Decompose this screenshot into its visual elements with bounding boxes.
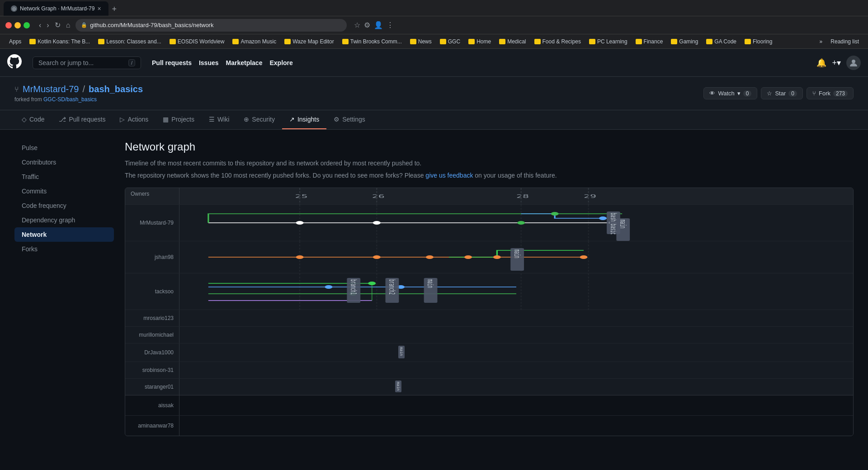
svg-point-45 bbox=[325, 285, 332, 289]
sidebar-item-commits[interactable]: Commits bbox=[14, 184, 114, 198]
sidebar-item-pulse[interactable]: Pulse bbox=[14, 141, 114, 155]
extensions-button[interactable]: ⚙ bbox=[364, 21, 370, 29]
bookmark-ggc[interactable]: GGC bbox=[436, 37, 464, 47]
bookmark-amazon-music[interactable]: Amazon Music bbox=[229, 37, 280, 47]
menu-button[interactable]: ⋮ bbox=[387, 21, 394, 29]
bookmark-ga-code[interactable]: GA Code bbox=[703, 37, 740, 47]
actions-icon: ▷ bbox=[120, 116, 125, 123]
tab-projects[interactable]: ▦ Projects bbox=[156, 110, 202, 129]
bookmark-flooring[interactable]: Flooring bbox=[741, 37, 776, 47]
nav-issues[interactable]: Issues bbox=[199, 59, 219, 66]
fork-button[interactable]: ⑂ Fork 273 bbox=[807, 87, 854, 99]
search-placeholder: Search or jump to... bbox=[38, 59, 94, 66]
address-bar[interactable]: 🔒 github.com/MrMustard-79/bash_basics/ne… bbox=[75, 19, 347, 32]
tab-pull-requests[interactable]: ⎇ Pull requests bbox=[52, 110, 113, 129]
new-tab-button[interactable]: + bbox=[108, 3, 121, 16]
reload-button[interactable]: ↻ bbox=[53, 20, 62, 30]
give-feedback-link[interactable]: give us feedback bbox=[425, 172, 473, 179]
main-content: Pulse Contributors Traffic Commits Code … bbox=[0, 130, 868, 470]
bookmark-kotlin[interactable]: Kotlin Koans: The B... bbox=[26, 37, 94, 47]
bookmark-eosdis[interactable]: EOSDIS Worldview bbox=[166, 37, 228, 47]
search-box[interactable]: Search or jump to... / bbox=[33, 56, 141, 69]
sidebar-item-code-frequency[interactable]: Code frequency bbox=[14, 198, 114, 213]
watch-button[interactable]: 👁 Watch ▾ 0 bbox=[703, 87, 757, 99]
bookmark-news[interactable]: News bbox=[406, 37, 435, 47]
network-graph-title: Network graph bbox=[125, 141, 854, 153]
sidebar-item-forks[interactable]: Forks bbox=[14, 242, 114, 256]
projects-icon: ▦ bbox=[163, 116, 169, 123]
notifications-button[interactable]: 🔔 bbox=[816, 58, 826, 68]
svg-point-47 bbox=[368, 282, 376, 285]
bookmark-label: Reading list bbox=[830, 38, 859, 45]
graph-header-row: Owners 25 26 28 29 bbox=[125, 188, 853, 204]
bookmark-gaming[interactable]: Gaming bbox=[667, 37, 702, 47]
bookmark-medical[interactable]: Medical bbox=[495, 37, 529, 47]
tab-favicon: ⊙ bbox=[11, 5, 17, 12]
tab-label: Code bbox=[29, 116, 44, 123]
svg-text:26: 26 bbox=[372, 193, 385, 199]
create-button[interactable]: +▾ bbox=[832, 58, 841, 68]
bookmark-button[interactable]: ☆ bbox=[354, 21, 360, 29]
tab-actions[interactable]: ▷ Actions bbox=[113, 110, 156, 129]
fork-source-link[interactable]: GGC-SD/bash_basics bbox=[43, 96, 97, 103]
repo-actions: 👁 Watch ▾ 0 ☆ Star 0 ⑂ Fork 273 bbox=[703, 87, 854, 99]
fork-note: forked from GGC-SD/bash_basics bbox=[14, 96, 143, 103]
graph-canvas-mrosario123 bbox=[179, 310, 853, 326]
bookmark-reading-list[interactable]: Reading list bbox=[827, 37, 863, 47]
user-label-mrmustard: MrMustard-79 bbox=[125, 205, 179, 241]
sidebar-item-network[interactable]: Network bbox=[14, 227, 114, 242]
tab-security[interactable]: ⊕ Security bbox=[236, 110, 282, 129]
active-tab[interactable]: ⊙ Network Graph · MrMustard-79 × bbox=[4, 1, 108, 16]
bookmark-lesson[interactable]: Lesson: Classes and... bbox=[94, 37, 165, 47]
repo-title: ⑂ MrMustard-79 / bash_basics forked from… bbox=[14, 84, 143, 103]
github-logo[interactable] bbox=[7, 54, 22, 71]
bookmark-twin-brooks[interactable]: Twin Brooks Comm... bbox=[339, 37, 406, 47]
nav-marketplace[interactable]: Marketplace bbox=[226, 59, 263, 66]
forward-button[interactable]: › bbox=[45, 20, 51, 30]
repo-name-link[interactable]: bash_basics bbox=[89, 84, 143, 94]
folder-icon bbox=[534, 39, 541, 44]
sidebar-item-contributors[interactable]: Contributors bbox=[14, 155, 114, 169]
network-graph-container: Owners 25 26 28 29 bbox=[125, 188, 854, 436]
bookmarks-bar: Apps Kotlin Koans: The B... Lesson: Clas… bbox=[0, 34, 868, 49]
tab-close-button[interactable]: × bbox=[97, 5, 101, 12]
bookmark-apps[interactable]: Apps bbox=[5, 37, 25, 47]
svg-point-17 bbox=[551, 212, 559, 216]
close-window-button[interactable] bbox=[5, 22, 12, 28]
bookmark-label: Home bbox=[476, 38, 491, 45]
repo-owner-link[interactable]: MrMustard-79 bbox=[23, 84, 79, 94]
maximize-window-button[interactable] bbox=[24, 22, 30, 28]
repo-title-line: ⑂ MrMustard-79 / bash_basics bbox=[14, 84, 143, 94]
graph-row-drjava1000: DrJava1000 main bbox=[125, 343, 853, 362]
bookmark-waze[interactable]: Waze Map Editor bbox=[281, 37, 338, 47]
profile-button[interactable]: 👤 bbox=[374, 21, 383, 29]
folder-icon bbox=[284, 39, 291, 44]
folder-icon bbox=[706, 39, 712, 44]
nav-pull-requests[interactable]: Pull requests bbox=[152, 59, 192, 66]
bookmark-pc-learning[interactable]: PC Learning bbox=[585, 37, 631, 47]
bookmark-more[interactable]: » bbox=[816, 37, 826, 47]
tab-insights[interactable]: ↗ Insights bbox=[282, 110, 326, 129]
bookmark-home[interactable]: Home bbox=[465, 37, 495, 47]
tab-code[interactable]: ◇ Code bbox=[14, 110, 52, 129]
nav-explore[interactable]: Explore bbox=[269, 59, 292, 66]
svg-point-29 bbox=[373, 255, 381, 259]
bookmark-finance[interactable]: Finance bbox=[632, 37, 667, 47]
sidebar-item-traffic[interactable]: Traffic bbox=[14, 169, 114, 184]
back-button[interactable]: ‹ bbox=[37, 20, 43, 30]
graph-canvas-srobinson31 bbox=[179, 362, 853, 378]
tab-wiki[interactable]: ☰ Wiki bbox=[202, 110, 236, 129]
insights-icon: ↗ bbox=[289, 116, 295, 123]
bookmark-label: Amazon Music bbox=[241, 38, 276, 45]
bookmark-food[interactable]: Food & Recipes bbox=[531, 37, 585, 47]
home-button[interactable]: ⌂ bbox=[64, 20, 72, 30]
star-button[interactable]: ☆ Star 0 bbox=[761, 87, 803, 99]
tab-label: Insights bbox=[297, 116, 319, 123]
minimize-window-button[interactable] bbox=[14, 22, 21, 28]
user-avatar[interactable] bbox=[846, 56, 861, 70]
sidebar-item-dependency-graph[interactable]: Dependency graph bbox=[14, 213, 114, 227]
user-label-aissak: aissak bbox=[125, 395, 179, 415]
folder-icon bbox=[671, 39, 677, 44]
tab-settings[interactable]: ⚙ Settings bbox=[326, 110, 373, 129]
graph-row-srobinson31: srobinson-31 bbox=[125, 362, 853, 378]
